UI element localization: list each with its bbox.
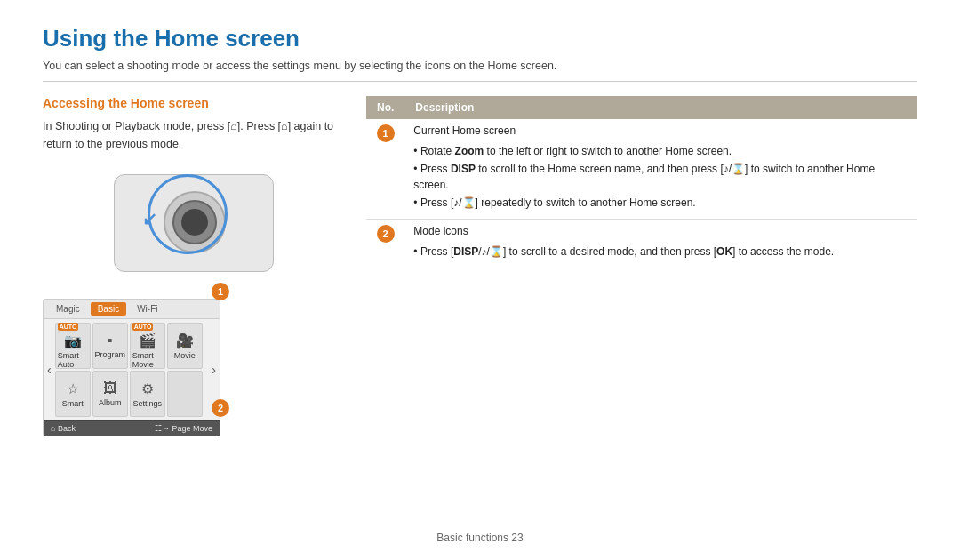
right-column: No. Description 1 Current Home screen R xyxy=(366,96,917,436)
program-icon: ▪ xyxy=(108,332,113,348)
table-row-2: 2 Mode icons Press [DISP/♪/⌛] to scroll … xyxy=(366,220,917,268)
page-title: Using the Home screen xyxy=(43,25,917,52)
homescreen-mockup-wrapper: 1 2 Magic Basic Wi-Fi ‹ xyxy=(43,292,220,436)
page-container: Using the Home screen You can select a s… xyxy=(0,0,960,560)
hs-icon-program[interactable]: ▪ Program xyxy=(92,323,128,369)
hs-icon-movie[interactable]: 🎥 Movie xyxy=(167,323,203,369)
camera-illustration: ↙ xyxy=(105,165,283,281)
num-circle-2: 2 xyxy=(377,225,395,243)
hs-tab-magic[interactable]: Magic xyxy=(49,302,87,316)
bullet-2-1: Press [DISP/♪/⌛] to scroll to a desired … xyxy=(413,243,908,260)
album-icon: 🖼 xyxy=(103,380,117,396)
page-subtitle: You can select a shooting mode or access… xyxy=(43,60,917,82)
camera-arrow-icon: ↙ xyxy=(142,208,157,229)
overlay-num-1: 1 xyxy=(212,283,229,300)
camera-circle-highlight xyxy=(148,174,228,254)
row1-bullets: Rotate Zoom to the left or right to swit… xyxy=(413,140,908,213)
num-circle-1: 1 xyxy=(377,124,395,142)
description-table: No. Description 1 Current Home screen R xyxy=(366,96,917,268)
hs-arrow-left[interactable]: ‹ xyxy=(45,363,53,377)
hs-icon-settings[interactable]: ⚙ Settings xyxy=(130,371,165,417)
table-row-1-num: 1 xyxy=(366,119,404,220)
content-row: Accessing the Home screen In Shooting or… xyxy=(43,96,917,436)
hs-footer-page-move: ☷→ Page Move xyxy=(155,424,212,433)
hs-arrow-right[interactable]: › xyxy=(210,363,218,377)
overlay-num-2: 2 xyxy=(212,399,229,417)
hs-icon-smart[interactable]: ☆ Smart xyxy=(55,371,91,417)
smart-label: Smart xyxy=(62,399,84,408)
hs-body: ‹ AUTO 📷 Smart Auto ▪ Program xyxy=(44,319,220,420)
table-row-2-desc: Mode icons Press [DISP/♪/⌛] to scroll to… xyxy=(404,220,917,268)
row2-bullets: Press [DISP/♪/⌛] to scroll to a desired … xyxy=(413,241,908,262)
hs-icon-album[interactable]: 🖼 Album xyxy=(92,371,128,417)
table-row-2-num: 2 xyxy=(366,220,404,268)
hs-tab-wifi[interactable]: Wi-Fi xyxy=(130,302,164,316)
smart-auto-icon: 📷 xyxy=(64,332,82,349)
hs-icon-smart-auto[interactable]: AUTO 📷 Smart Auto xyxy=(55,323,91,369)
row2-title: Mode icons xyxy=(413,225,908,237)
settings-gear-icon: ⚙ xyxy=(141,380,154,397)
hs-icon-empty xyxy=(167,371,203,417)
hs-tabs-header: Magic Basic Wi-Fi xyxy=(44,300,220,319)
section-title: Accessing the Home screen xyxy=(43,96,345,110)
smart-movie-label: Smart Movie xyxy=(132,351,163,369)
auto-badge-2: AUTO xyxy=(132,323,154,331)
bullet-1-2: Press DISP to scroll to the Home screen … xyxy=(413,160,908,194)
table-row-1: 1 Current Home screen Rotate Zoom to the… xyxy=(366,119,917,220)
program-label: Program xyxy=(94,350,125,359)
bullet-1-1: Rotate Zoom to the left or right to swit… xyxy=(413,142,908,160)
bullet-1-3: Press [♪/⌛] repeatedly to switch to anot… xyxy=(413,194,908,212)
hs-footer: ⌂ Back ☷→ Page Move xyxy=(44,420,220,436)
smart-auto-label: Smart Auto xyxy=(58,351,88,369)
hs-tab-basic[interactable]: Basic xyxy=(91,302,126,316)
homescreen-mockup: Magic Basic Wi-Fi ‹ AUTO 📷 Smart Auto xyxy=(43,299,220,436)
section-body: In Shooting or Playback mode, press [⌂].… xyxy=(43,117,345,153)
auto-badge-1: AUTO xyxy=(58,323,79,331)
left-column: Accessing the Home screen In Shooting or… xyxy=(43,96,345,436)
hs-footer-back: ⌂ Back xyxy=(51,424,76,433)
settings-label: Settings xyxy=(132,399,162,408)
hs-icon-smart-movie[interactable]: AUTO 🎬 Smart Movie xyxy=(130,323,165,369)
smart-icon: ☆ xyxy=(67,380,79,397)
smart-movie-icon: 🎬 xyxy=(139,332,156,349)
col-header-desc: Description xyxy=(404,96,917,119)
table-row-1-desc: Current Home screen Rotate Zoom to the l… xyxy=(404,119,917,220)
movie-icon: 🎥 xyxy=(176,332,194,349)
hs-icons-grid: AUTO 📷 Smart Auto ▪ Program AUTO 🎬 xyxy=(55,323,209,417)
col-header-no: No. xyxy=(366,96,404,119)
movie-label: Movie xyxy=(174,351,196,360)
album-label: Album xyxy=(99,398,122,407)
page-footer: Basic functions 23 xyxy=(0,532,960,544)
row1-title: Current Home screen xyxy=(413,124,908,137)
